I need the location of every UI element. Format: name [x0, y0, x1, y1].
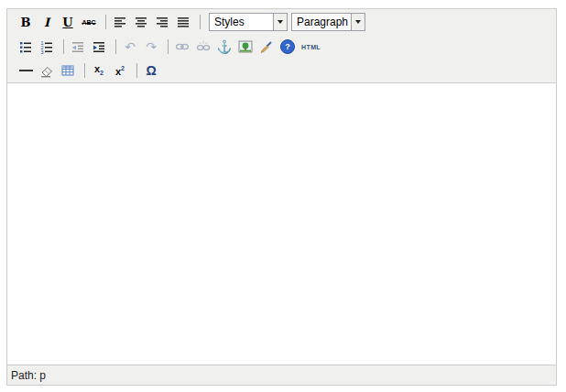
toolbar-row-3: x2 x2 Ω: [7, 59, 556, 82]
underline-icon: U: [62, 16, 72, 29]
align-right-icon: [155, 15, 169, 29]
indent-icon: [92, 39, 106, 54]
outdent-button[interactable]: [69, 38, 87, 56]
styles-dropdown-arrow-button[interactable]: [273, 14, 287, 30]
underline-button[interactable]: U: [59, 13, 77, 31]
editor-content-area[interactable]: [7, 82, 556, 365]
bullet-list-button[interactable]: [16, 38, 35, 56]
align-justify-icon: [176, 15, 190, 29]
format-dropdown-value: Paragraph: [292, 16, 351, 28]
toolbar-separator: [105, 15, 106, 29]
unlink-button[interactable]: [194, 38, 212, 56]
subscript-button[interactable]: x2: [90, 61, 108, 80]
align-center-icon: [134, 15, 148, 29]
styles-dropdown[interactable]: Styles: [209, 13, 288, 31]
undo-icon: ↶: [125, 40, 136, 53]
help-button[interactable]: ?: [278, 38, 297, 56]
format-dropdown[interactable]: Paragraph: [291, 13, 365, 31]
align-left-icon: [113, 15, 127, 29]
html-source-button[interactable]: HTML: [299, 38, 322, 56]
anchor-button[interactable]: ⚓: [215, 38, 234, 56]
cleanup-button[interactable]: [257, 38, 276, 56]
bold-icon: B: [21, 16, 31, 29]
image-icon: [238, 39, 253, 54]
superscript-icon: x2: [115, 65, 125, 77]
superscript-button[interactable]: x2: [111, 61, 129, 80]
svg-text:3: 3: [41, 49, 44, 55]
indent-button[interactable]: [90, 38, 108, 56]
strikethrough-button[interactable]: ABC: [80, 13, 98, 31]
insert-link-button[interactable]: [173, 38, 191, 56]
eraser-icon: [39, 63, 54, 78]
horizontal-rule-icon: [19, 70, 33, 71]
align-right-button[interactable]: [153, 13, 171, 31]
special-character-button[interactable]: Ω: [142, 61, 160, 80]
visual-aid-table-button[interactable]: [59, 61, 77, 80]
numbered-list-button[interactable]: 1 2 3: [38, 38, 56, 56]
styles-dropdown-value: Styles: [210, 16, 273, 28]
toolbar-separator: [168, 39, 169, 54]
redo-icon: ↷: [146, 40, 157, 53]
bullet-list-icon: [18, 39, 33, 54]
align-center-button[interactable]: [132, 13, 150, 31]
toolbar-separator: [63, 39, 64, 54]
format-dropdown-arrow-button[interactable]: [351, 14, 365, 30]
numbered-list-icon: 1 2 3: [39, 39, 54, 54]
insert-image-button[interactable]: [236, 38, 255, 56]
table-icon: [60, 63, 75, 78]
unlink-icon: [196, 39, 211, 54]
toolbar-separator: [200, 15, 201, 29]
subscript-icon: x2: [94, 64, 103, 76]
chevron-down-icon: [278, 20, 283, 24]
align-left-button[interactable]: [111, 13, 129, 31]
remove-format-button[interactable]: [38, 61, 56, 80]
undo-button[interactable]: ↶: [121, 38, 139, 56]
chevron-down-icon: [355, 20, 361, 24]
horizontal-rule-button[interactable]: [16, 61, 35, 80]
align-justify-button[interactable]: [174, 13, 192, 31]
toolbar-row-1: B I U ABC: [7, 9, 556, 35]
bold-button[interactable]: B: [16, 13, 35, 31]
toolbar-row-2: 1 2 3: [7, 35, 556, 59]
toolbar-separator: [115, 39, 116, 54]
strikethrough-icon: ABC: [82, 19, 95, 26]
element-path-text: Path: p: [11, 369, 46, 382]
outdent-icon: [71, 39, 85, 54]
toolbar-separator: [136, 63, 137, 78]
italic-button[interactable]: I: [38, 13, 56, 31]
help-icon: ?: [280, 39, 295, 54]
editor-status-bar: Path: p: [7, 365, 556, 385]
italic-icon: I: [44, 16, 49, 29]
redo-button[interactable]: ↷: [142, 38, 160, 56]
anchor-icon: ⚓: [216, 40, 232, 53]
toolbar-separator: [84, 63, 85, 78]
link-icon: [175, 39, 190, 54]
rich-text-editor: B I U ABC: [6, 8, 557, 386]
brush-icon: [259, 39, 274, 54]
omega-icon: Ω: [146, 64, 156, 77]
